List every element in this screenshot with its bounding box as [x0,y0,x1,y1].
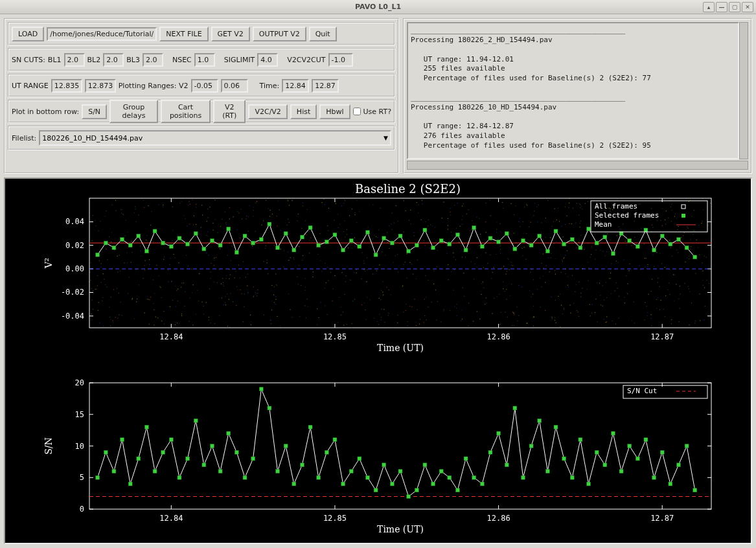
maximize-icon[interactable]: ▢ [729,2,740,12]
svg-rect-1270 [415,244,418,247]
svg-point-742 [109,236,109,237]
log-hscrollbar[interactable] [407,161,748,170]
svg-point-1180 [665,316,665,317]
svg-text:Time (UT): Time (UT) [377,524,424,534]
svg-point-254 [545,265,546,266]
quit-button[interactable]: Quit [309,27,337,41]
svg-point-409 [266,259,267,260]
row-bottom-plot: Plot in bottom row: S/N Group delays Car… [8,100,395,123]
svg-point-1110 [154,309,154,310]
svg-point-281 [95,220,95,221]
thi-input[interactable] [312,79,339,93]
siglimit-input[interactable] [257,53,278,67]
svg-point-151 [153,242,154,242]
svg-point-314 [634,323,635,323]
cart-positions-button[interactable]: Cart positions [161,100,211,123]
filelist-label: Filelist: [12,134,36,143]
svg-point-973 [689,258,689,259]
v2cv2cut-input[interactable] [328,53,353,67]
svg-point-895 [552,226,553,227]
log-vscrollbar[interactable] [739,22,748,159]
svg-point-548 [312,277,313,277]
svg-point-1009 [222,284,223,285]
svg-point-469 [424,315,425,316]
svg-point-542 [477,257,477,258]
svg-point-351 [625,241,626,242]
svg-point-425 [159,286,160,287]
chevron-down-icon[interactable]: ▼ [384,135,388,141]
svg-point-712 [669,240,670,240]
svg-point-883 [236,305,236,306]
svg-point-388 [571,223,572,224]
svg-point-1071 [201,301,202,302]
svg-point-268 [292,200,292,200]
bl2-input[interactable] [103,53,124,67]
svg-point-1226 [576,284,577,285]
svg-point-560 [523,233,524,233]
svg-rect-1376 [365,475,369,479]
svg-point-1053 [388,313,389,314]
svg-point-1016 [288,251,288,252]
svg-point-753 [678,226,679,227]
sn-button[interactable]: S/N [82,104,107,119]
ut-hi-input[interactable] [85,79,116,93]
svg-point-842 [310,237,311,238]
svg-point-1026 [626,244,627,245]
svg-point-518 [126,220,126,220]
svg-point-934 [164,257,165,257]
v2lo-input[interactable] [191,79,218,93]
svg-point-504 [578,203,579,204]
svg-rect-1235 [128,244,132,247]
svg-point-951 [559,221,560,222]
svg-point-538 [492,272,493,273]
filelist-select[interactable]: 180226_10_HD_154494.pav ▼ [39,130,391,146]
svg-point-1194 [89,198,90,199]
svg-point-833 [277,225,277,226]
svg-point-1198 [138,214,139,215]
nsec-input[interactable] [194,53,215,67]
svg-point-640 [500,244,501,245]
up-icon[interactable]: ▴ [703,2,715,12]
svg-point-418 [135,269,136,270]
svg-point-152 [623,260,624,260]
svg-point-350 [606,321,607,322]
close-icon[interactable]: ✕ [742,2,753,12]
svg-point-1188 [702,262,702,263]
svg-point-1137 [271,285,272,286]
svg-point-185 [298,214,299,214]
bl3-input[interactable] [143,53,163,67]
minimize-icon[interactable]: — [716,2,727,12]
v2cv2-button[interactable]: V2C/V2 [248,104,287,119]
svg-rect-1382 [415,488,418,492]
svg-point-713 [268,242,269,243]
hist-button[interactable]: Hist [290,104,317,119]
svg-point-905 [690,249,691,249]
v2rt-button[interactable]: V2 (RT) [213,100,246,123]
svg-point-976 [507,317,508,317]
svg-point-47 [496,229,497,229]
svg-point-308 [699,293,700,294]
window-title: PAVO L0_L1 [355,3,401,11]
svg-point-193 [244,306,244,307]
svg-point-760 [98,302,99,303]
svg-point-1065 [275,304,276,304]
svg-point-175 [706,280,707,280]
v2hi-input[interactable] [221,79,248,93]
path-input[interactable] [47,27,157,41]
svg-point-999 [144,260,145,260]
svg-point-1125 [693,230,694,231]
get-v2-button[interactable]: GET V2 [211,27,250,41]
svg-point-1130 [96,289,97,290]
ut-lo-input[interactable] [51,79,82,93]
output-v2-button[interactable]: OUTPUT V2 [253,27,306,41]
bl1-input[interactable] [64,53,85,67]
group-delays-button[interactable]: Group delays [109,100,158,123]
svg-rect-1257 [308,225,312,229]
tlo-input[interactable] [282,79,309,93]
svg-rect-1371 [325,450,328,454]
use-rt-checkbox[interactable] [353,108,361,115]
next-file-button[interactable]: NEXT FILE [159,27,208,41]
load-button[interactable]: LOAD [12,27,44,41]
hbwl-button[interactable]: Hbwl [319,104,350,119]
svg-point-444 [367,257,367,258]
